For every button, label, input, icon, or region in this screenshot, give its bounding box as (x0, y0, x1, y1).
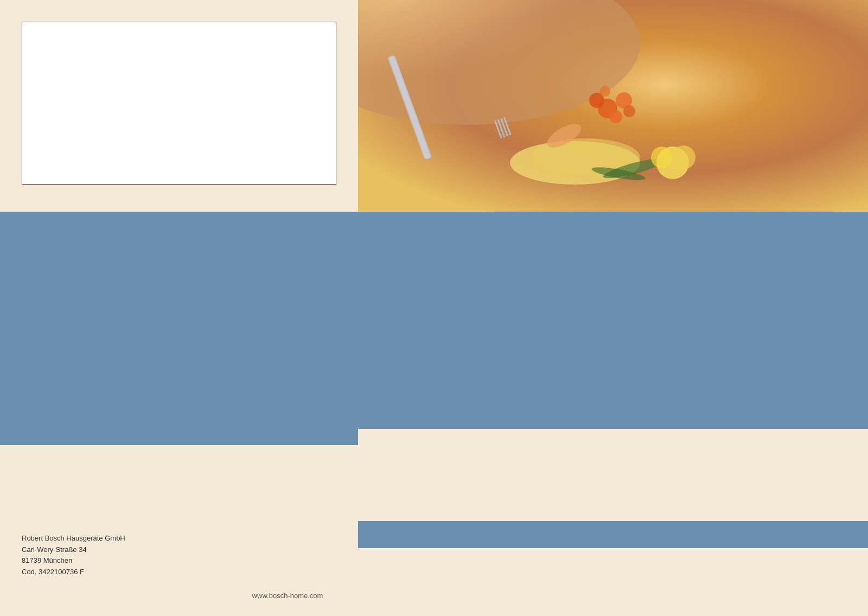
footer-line2: Carl-Wery-Straße 34 (22, 544, 125, 556)
svg-point-19 (651, 147, 673, 168)
footer-line3: 81739 München (22, 555, 125, 567)
white-box (22, 22, 336, 185)
svg-point-13 (609, 110, 622, 123)
right-panel: enOperating instructionsdeGebrauchsanwei… (358, 0, 868, 616)
food-photo (358, 0, 868, 212)
right-blue-bottom-strip (358, 521, 868, 548)
svg-point-14 (599, 86, 610, 97)
svg-point-20 (672, 145, 695, 169)
footer-line1: Robert Bosch Hausgeräte GmbH (22, 533, 125, 544)
footer-address: Robert Bosch Hausgeräte GmbH Carl-Wery-S… (22, 533, 125, 578)
left-blue-section (0, 212, 358, 445)
website-url: www.bosch-home.com (233, 592, 342, 600)
footer-line4: Cod. 3422100736 F (22, 567, 125, 578)
svg-point-15 (623, 105, 635, 117)
left-panel: Robert Bosch Hausgeräte GmbH Carl-Wery-S… (0, 0, 358, 616)
right-blue-section: enOperating instructionsdeGebrauchsanwei… (358, 212, 868, 429)
